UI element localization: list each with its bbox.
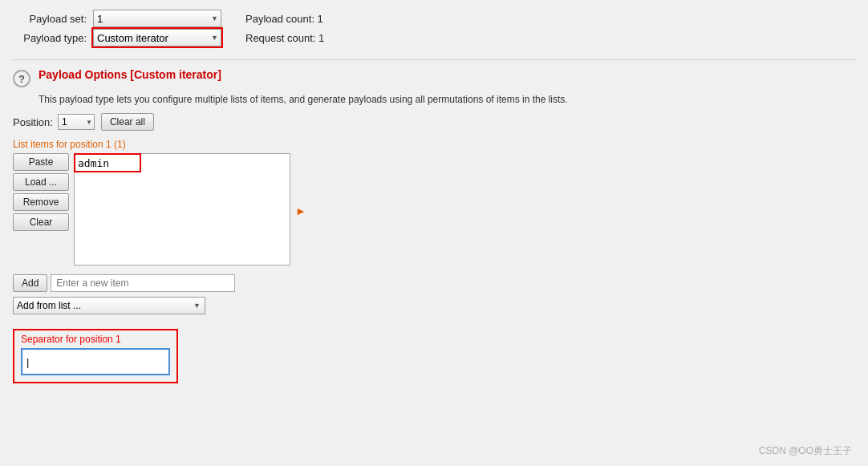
payload-set-row: Payload set: 1 2 3 Payload count: 1	[13, 10, 855, 27]
section-title: Payload Options [Custom iterator]	[39, 68, 221, 81]
payload-type-select-wrapper: Custom iterator Simple list Runtime file…	[93, 29, 221, 47]
arrow-right-icon: ►	[295, 205, 306, 217]
section-description: This payload type lets you configure mul…	[39, 94, 855, 105]
payload-options-section: ? Payload Options [Custom iterator] This…	[13, 68, 855, 383]
add-item-input[interactable]	[51, 274, 235, 292]
position-label: Position:	[13, 116, 53, 128]
payload-set-label: Payload set:	[13, 13, 93, 25]
list-box[interactable]: admin	[74, 153, 290, 265]
clear-all-button[interactable]: Clear all	[101, 113, 154, 131]
main-container: Payload set: 1 2 3 Payload count: 1 Payl…	[0, 0, 868, 466]
paste-button[interactable]: Paste	[13, 153, 69, 171]
payload-set-select[interactable]: 1 2 3	[93, 10, 221, 27]
list-items-label: List items for position 1 (1)	[13, 139, 855, 150]
list-buttons: Paste Load ... Remove Clear	[13, 153, 69, 231]
separator-label: Separator for position 1	[21, 334, 170, 345]
list-area: Paste Load ... Remove Clear admin ►	[13, 153, 855, 268]
add-button[interactable]: Add	[13, 274, 47, 292]
help-icon: ?	[13, 70, 30, 87]
payload-set-select-wrapper: 1 2 3	[93, 10, 221, 27]
add-from-list-row: Add from list ...	[13, 297, 855, 314]
list-textarea-wrapper: admin	[74, 153, 290, 268]
payload-count-label: Payload count: 1	[245, 13, 323, 25]
position-select[interactable]: 1 2 3	[58, 114, 95, 130]
separator-section: Separator for position 1	[13, 329, 178, 383]
position-row: Position: 1 2 3 Clear all	[13, 113, 855, 131]
help-row: ? Payload Options [Custom iterator]	[13, 68, 855, 87]
clear-button[interactable]: Clear	[13, 213, 69, 231]
add-from-list-select[interactable]: Add from list ...	[13, 297, 205, 314]
position-select-wrapper: 1 2 3	[58, 114, 95, 130]
top-section: Payload set: 1 2 3 Payload count: 1 Payl…	[13, 10, 855, 60]
add-row: Add	[13, 274, 855, 292]
remove-button[interactable]: Remove	[13, 193, 69, 211]
request-count-label: Request count: 1	[245, 32, 324, 44]
payload-type-row: Payload type: Custom iterator Simple lis…	[13, 29, 855, 47]
separator-input[interactable]	[23, 351, 168, 373]
add-from-list-wrapper: Add from list ...	[13, 297, 205, 314]
payload-type-select[interactable]: Custom iterator Simple list Runtime file…	[93, 29, 221, 47]
load-button[interactable]: Load ...	[13, 173, 69, 191]
payload-type-label: Payload type:	[13, 32, 93, 44]
separator-input-wrapper	[21, 348, 170, 375]
watermark: CSDN @OO勇士王子	[759, 444, 852, 458]
section-title-block: Payload Options [Custom iterator]	[39, 68, 221, 84]
